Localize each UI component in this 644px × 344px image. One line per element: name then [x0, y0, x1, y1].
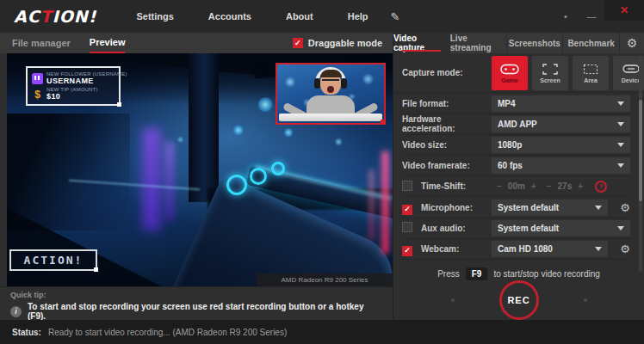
mode-area-button[interactable]: Area [573, 56, 609, 90]
draggable-mode-toggle[interactable]: ✓ Draggable mode [293, 38, 382, 48]
tab-screenshots[interactable]: Screenshots [507, 33, 564, 53]
tab-preview[interactable]: Preview [90, 33, 126, 53]
video-framerate-dropdown[interactable]: 60 fps [492, 157, 630, 174]
chevron-down-icon [617, 122, 624, 126]
chevron-down-icon [595, 247, 602, 251]
webcam-gear-icon[interactable]: ⚙ [611, 243, 630, 255]
rec-button[interactable]: REC [499, 280, 539, 320]
tab-benchmark[interactable]: Benchmark [563, 33, 620, 53]
action-app-window: ACTION! Settings Accounts About Help ✎ •… [0, 0, 644, 344]
close-button[interactable]: ✕ [604, 0, 644, 21]
app-logo: ACTION! [14, 7, 96, 26]
status-bar: Status: Ready to start video recording..… [0, 320, 644, 344]
microphone-gear-icon[interactable]: ⚙ [611, 201, 630, 214]
time-shift-minutes-stepper[interactable]: − 00m + [492, 181, 542, 191]
time-shift-row: Time-Shift: − 00m + − 27s + ? [402, 176, 630, 197]
quick-tip-panel: Quick tip: i To start and stop recording… [0, 286, 393, 320]
webcam-overlay[interactable] [276, 63, 386, 125]
rec-side-dot [584, 298, 587, 302]
minus-icon[interactable]: − [547, 181, 552, 191]
gamepad-icon [500, 62, 519, 76]
panel-scrollbar[interactable] [639, 55, 642, 272]
chevron-down-icon [617, 101, 624, 106]
status-text: Ready to start video recording... (AMD R… [48, 328, 287, 337]
chevron-down-icon [617, 143, 624, 147]
record-controls: REC [393, 280, 644, 320]
quick-tip-title: Quick tip: [10, 291, 382, 299]
file-format-dropdown[interactable]: MP4 [492, 95, 630, 112]
neon-pink-light [381, 151, 389, 254]
window-controls: • — ✕ [553, 0, 644, 33]
plus-icon[interactable]: + [578, 181, 583, 191]
drag-handle[interactable] [381, 120, 385, 124]
follower-username: USERNAME [46, 77, 115, 86]
hotkey-hint: Press F9 to start/stop video recording [393, 267, 644, 280]
tab-live-streaming[interactable]: Live streaming [450, 33, 507, 53]
main-menu: Settings Accounts About Help [119, 6, 385, 27]
action-watermark[interactable]: ACTION! [9, 249, 97, 271]
screen-corners-icon [542, 62, 558, 76]
capture-mode-row: Capture mode: Game Screen [393, 53, 644, 93]
rec-side-dot [451, 298, 455, 302]
aux-audio-checkbox[interactable] [402, 222, 412, 232]
status-label: Status: [12, 328, 41, 337]
f9-key-badge: F9 [466, 267, 488, 280]
tab-file-manager[interactable]: File manager [12, 33, 71, 53]
time-shift-checkbox[interactable] [402, 181, 412, 191]
neon-light [142, 128, 161, 230]
stream-alert-overlay[interactable]: NEW FOLLOWER (USERNAME) USERNAME $ NEW T… [26, 66, 121, 106]
chevron-down-icon [617, 163, 624, 168]
twitch-icon [32, 73, 43, 84]
tip-amount: $10 [46, 93, 98, 101]
pen-icon[interactable]: ✎ [391, 10, 400, 23]
info-icon: i [10, 306, 22, 317]
draggable-mode-checkbox[interactable]: ✓ [293, 38, 303, 48]
hardware-acceleration-dropdown[interactable]: AMD APP [492, 116, 630, 132]
menu-accounts[interactable]: Accounts [191, 6, 269, 27]
time-shift-seconds-stepper[interactable]: − 27s + [542, 181, 588, 191]
game-preview: NEW FOLLOWER (USERNAME) USERNAME $ NEW T… [7, 53, 393, 286]
tab-video-capture[interactable]: Video capture [393, 33, 450, 53]
menu-settings[interactable]: Settings [119, 6, 190, 27]
mode-game-button[interactable]: Game [492, 56, 528, 90]
drag-handle[interactable] [94, 267, 98, 272]
aux-audio-dropdown[interactable]: System default [492, 220, 630, 236]
video-size-dropdown[interactable]: 1080p [492, 137, 630, 153]
draggable-mode-label: Draggable mode [308, 38, 382, 48]
subbar: File manager Preview ✓ Draggable mode Vi… [0, 33, 644, 53]
titlebar: ACTION! Settings Accounts About Help ✎ •… [0, 0, 644, 33]
menu-help[interactable]: Help [331, 6, 386, 27]
help-icon[interactable]: ? [595, 181, 607, 193]
plus-icon[interactable]: + [531, 181, 536, 191]
video-framerate-row: Video framerate: 60 fps [402, 156, 630, 176]
chevron-down-icon [595, 206, 602, 210]
microphone-row: ✓ Microphone: System default ⚙ [402, 197, 630, 218]
device-icon [622, 62, 640, 76]
video-capture-panel: Capture mode: Game Screen [393, 53, 644, 320]
drag-handle[interactable] [117, 102, 121, 107]
webcam-row: ✓ Webcam: Cam HD 1080 ⚙ [402, 239, 630, 260]
microphone-checkbox[interactable]: ✓ [402, 205, 412, 215]
webcam-dropdown[interactable]: Cam HD 1080 [492, 241, 608, 257]
gpu-label: AMD Radeon R9 200 Series [257, 273, 393, 286]
tray-button[interactable]: • [553, 11, 579, 22]
minimize-button[interactable]: — [579, 11, 604, 22]
webcam-person [277, 64, 384, 123]
webcam-checkbox[interactable]: ✓ [402, 246, 412, 256]
capture-mode-label: Capture mode: [402, 68, 492, 77]
microphone-dropdown[interactable]: System default [492, 200, 608, 216]
area-select-icon [583, 62, 598, 76]
minus-icon[interactable]: − [497, 181, 502, 191]
chevron-down-icon [617, 226, 624, 230]
preview-tabs: File manager Preview ✓ Draggable mode [0, 33, 393, 53]
hardware-acceleration-row: Hardware acceleration: AMD APP [402, 114, 630, 135]
dollar-icon: $ [32, 89, 43, 101]
aux-audio-row: Aux audio: System default [402, 218, 630, 239]
scrollbar-thumb[interactable] [639, 100, 642, 201]
settings-gear-icon[interactable]: ⚙ [620, 33, 644, 53]
mode-screen-button[interactable]: Screen [532, 56, 568, 90]
menu-about[interactable]: About [269, 6, 331, 27]
capture-tabs: Video capture Live streaming Screenshots… [393, 33, 644, 53]
file-format-row: File format: MP4 [402, 93, 630, 114]
video-size-row: Video size: 1080p [402, 135, 630, 156]
